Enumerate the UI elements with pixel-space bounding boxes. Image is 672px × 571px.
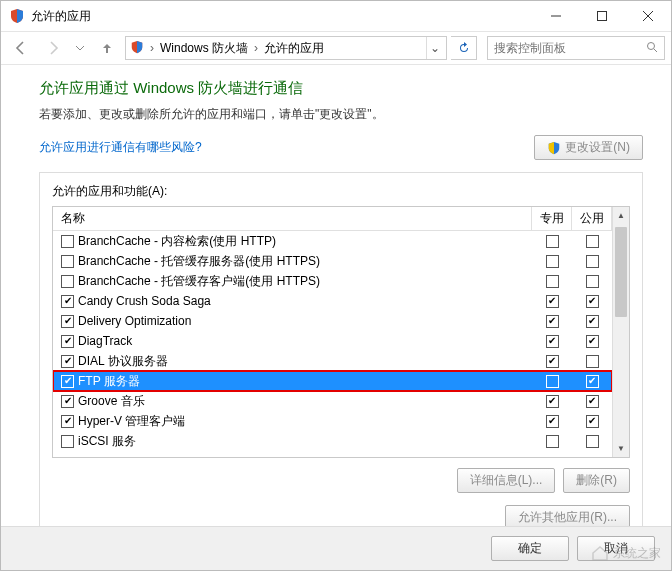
app-name: iSCSI 服务 xyxy=(78,433,136,450)
app-name: BranchCache - 托管缓存服务器(使用 HTTPS) xyxy=(78,253,320,270)
table-row[interactable]: FTP 服务器 xyxy=(53,371,612,391)
refresh-button[interactable] xyxy=(451,36,477,60)
enable-checkbox[interactable] xyxy=(61,355,74,368)
enable-checkbox[interactable] xyxy=(61,235,74,248)
recent-dropdown[interactable] xyxy=(71,35,89,61)
public-checkbox[interactable] xyxy=(586,255,599,268)
enable-checkbox[interactable] xyxy=(61,395,74,408)
private-checkbox[interactable] xyxy=(546,255,559,268)
public-checkbox[interactable] xyxy=(586,435,599,448)
public-checkbox[interactable] xyxy=(586,395,599,408)
maximize-button[interactable] xyxy=(579,1,625,31)
window-title: 允许的应用 xyxy=(31,8,533,25)
app-name: Candy Crush Soda Saga xyxy=(78,294,211,308)
public-checkbox[interactable] xyxy=(586,375,599,388)
table-row[interactable]: Groove 音乐 xyxy=(53,391,612,411)
shield-icon xyxy=(547,141,561,155)
scrollbar[interactable]: ▲ ▼ xyxy=(612,207,629,457)
search-box[interactable] xyxy=(487,36,665,60)
scroll-down-icon[interactable]: ▼ xyxy=(613,440,629,457)
table-row[interactable]: Candy Crush Soda Saga xyxy=(53,291,612,311)
table-row[interactable]: BranchCache - 托管缓存客户端(使用 HTTPS) xyxy=(53,271,612,291)
public-checkbox[interactable] xyxy=(586,335,599,348)
app-name: BranchCache - 内容检索(使用 HTTP) xyxy=(78,233,276,250)
content-area: 允许应用通过 Windows 防火墙进行通信 若要添加、更改或删除所允许的应用和… xyxy=(1,65,671,549)
enable-checkbox[interactable] xyxy=(61,315,74,328)
public-checkbox[interactable] xyxy=(586,235,599,248)
remove-button[interactable]: 删除(R) xyxy=(563,468,630,493)
public-checkbox[interactable] xyxy=(586,315,599,328)
svg-line-5 xyxy=(654,49,657,52)
table-row[interactable]: iSCSI 服务 xyxy=(53,431,612,451)
breadcrumb-item[interactable]: Windows 防火墙 xyxy=(160,40,248,57)
scroll-up-icon[interactable]: ▲ xyxy=(613,207,629,224)
private-checkbox[interactable] xyxy=(546,295,559,308)
app-name: FTP 服务器 xyxy=(78,373,140,390)
dialog-footer: 确定 取消 xyxy=(1,526,671,570)
enable-checkbox[interactable] xyxy=(61,295,74,308)
private-checkbox[interactable] xyxy=(546,355,559,368)
back-button[interactable] xyxy=(7,35,35,61)
breadcrumb-item[interactable]: 允许的应用 xyxy=(264,40,324,57)
address-bar[interactable]: › Windows 防火墙 › 允许的应用 ⌄ xyxy=(125,36,447,60)
app-name: Groove 音乐 xyxy=(78,393,145,410)
shield-icon xyxy=(9,8,25,24)
app-name: Hyper-V 管理客户端 xyxy=(78,413,185,430)
forward-button[interactable] xyxy=(39,35,67,61)
enable-checkbox[interactable] xyxy=(61,435,74,448)
public-checkbox[interactable] xyxy=(586,295,599,308)
svg-point-4 xyxy=(648,42,655,49)
search-input[interactable] xyxy=(494,41,646,55)
column-name[interactable]: 名称 xyxy=(53,207,532,230)
details-button[interactable]: 详细信息(L)... xyxy=(457,468,556,493)
app-list: 名称 专用 公用 BranchCache - 内容检索(使用 HTTP)Bran… xyxy=(52,206,630,458)
enable-checkbox[interactable] xyxy=(61,275,74,288)
table-row[interactable]: DIAL 协议服务器 xyxy=(53,351,612,371)
app-name: BranchCache - 托管缓存客户端(使用 HTTPS) xyxy=(78,273,320,290)
search-icon xyxy=(646,41,658,56)
table-row[interactable]: Delivery Optimization xyxy=(53,311,612,331)
public-checkbox[interactable] xyxy=(586,275,599,288)
table-row[interactable]: BranchCache - 托管缓存服务器(使用 HTTPS) xyxy=(53,251,612,271)
button-label: 更改设置(N) xyxy=(565,139,630,156)
private-checkbox[interactable] xyxy=(546,315,559,328)
column-public[interactable]: 公用 xyxy=(572,207,612,230)
minimize-button[interactable] xyxy=(533,1,579,31)
list-label: 允许的应用和功能(A): xyxy=(52,183,630,200)
private-checkbox[interactable] xyxy=(546,435,559,448)
svg-rect-1 xyxy=(598,12,607,21)
private-checkbox[interactable] xyxy=(546,235,559,248)
shield-icon xyxy=(130,40,144,57)
enable-checkbox[interactable] xyxy=(61,335,74,348)
chevron-down-icon[interactable]: ⌄ xyxy=(426,37,442,59)
list-header: 名称 专用 公用 xyxy=(53,207,612,231)
public-checkbox[interactable] xyxy=(586,415,599,428)
column-private[interactable]: 专用 xyxy=(532,207,572,230)
table-row[interactable]: DiagTrack xyxy=(53,331,612,351)
app-name: DiagTrack xyxy=(78,334,132,348)
navbar: › Windows 防火墙 › 允许的应用 ⌄ xyxy=(1,31,671,65)
private-checkbox[interactable] xyxy=(546,335,559,348)
private-checkbox[interactable] xyxy=(546,415,559,428)
up-button[interactable] xyxy=(93,35,121,61)
page-title: 允许应用通过 Windows 防火墙进行通信 xyxy=(39,79,643,98)
enable-checkbox[interactable] xyxy=(61,375,74,388)
allowed-apps-panel: 允许的应用和功能(A): 名称 专用 公用 BranchCache - 内容检索… xyxy=(39,172,643,543)
enable-checkbox[interactable] xyxy=(61,255,74,268)
risk-link[interactable]: 允许应用进行通信有哪些风险? xyxy=(39,139,534,156)
table-row[interactable]: Hyper-V 管理客户端 xyxy=(53,411,612,431)
close-button[interactable] xyxy=(625,1,671,31)
enable-checkbox[interactable] xyxy=(61,415,74,428)
private-checkbox[interactable] xyxy=(546,395,559,408)
change-settings-button[interactable]: 更改设置(N) xyxy=(534,135,643,160)
ok-button[interactable]: 确定 xyxy=(491,536,569,561)
private-checkbox[interactable] xyxy=(546,275,559,288)
chevron-right-icon: › xyxy=(148,41,156,55)
private-checkbox[interactable] xyxy=(546,375,559,388)
scroll-thumb[interactable] xyxy=(615,227,627,317)
table-row[interactable]: BranchCache - 内容检索(使用 HTTP) xyxy=(53,231,612,251)
public-checkbox[interactable] xyxy=(586,355,599,368)
app-name: DIAL 协议服务器 xyxy=(78,353,168,370)
watermark: 系统之家 xyxy=(591,544,661,562)
chevron-right-icon: › xyxy=(252,41,260,55)
